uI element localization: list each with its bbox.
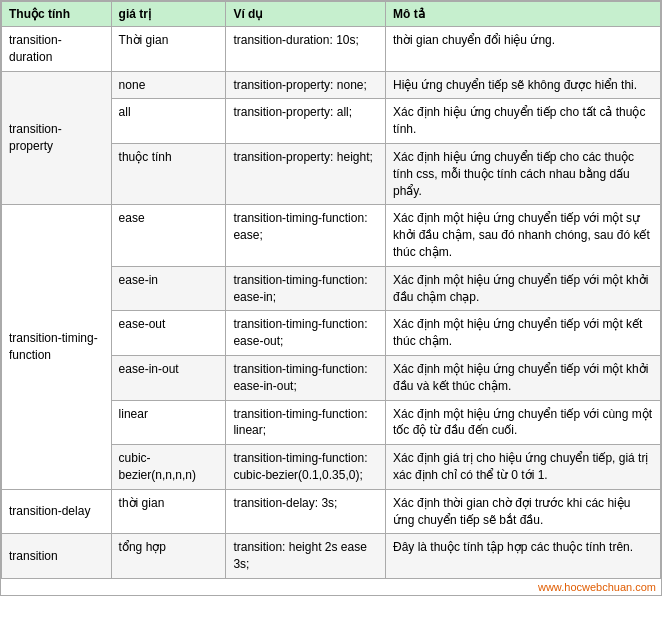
- header-thuoc-tinh: Thuộc tính: [2, 2, 112, 27]
- mo-ta-duration: thời gian chuyển đổi hiệu ứng.: [385, 27, 660, 72]
- mo-ta-transition: Đây là thuộc tính tập hợp các thuộc tính…: [385, 534, 660, 579]
- mo-ta-property-2: Xác định hiệu ứng chuyển tiếp cho các th…: [385, 143, 660, 204]
- vi-du-duration: transition-duration: 10s;: [226, 27, 386, 72]
- gia-tri-property-2: thuộc tính: [111, 143, 226, 204]
- mo-ta-timing-1: Xác định một hiệu ứng chuyển tiếp với mộ…: [385, 266, 660, 311]
- gia-tri-property-0: none: [111, 71, 226, 99]
- gia-tri-timing-3: ease-in-out: [111, 355, 226, 400]
- table-header-row: Thuộc tính giá trị Ví dụ Mô tả: [2, 2, 661, 27]
- mo-ta-timing-5: Xác định giá trị cho hiệu ứng chuyển tiế…: [385, 445, 660, 490]
- mo-ta-timing-0: Xác định một hiệu ứng chuyển tiếp với mộ…: [385, 205, 660, 266]
- vi-du-transition: transition: height 2s ease 3s;: [226, 534, 386, 579]
- gia-tri-delay: thời gian: [111, 489, 226, 534]
- gia-tri-timing-4: linear: [111, 400, 226, 445]
- vi-du-timing-4: transition-timing-function: linear;: [226, 400, 386, 445]
- table-row: transition-duration Thời gian transition…: [2, 27, 661, 72]
- css-transition-table: Thuộc tính giá trị Ví dụ Mô tả transitio…: [1, 1, 661, 579]
- table-row: transition-property none transition-prop…: [2, 71, 661, 99]
- vi-du-timing-5: transition-timing-function: cubic-bezier…: [226, 445, 386, 490]
- gia-tri-timing-1: ease-in: [111, 266, 226, 311]
- vi-du-property-1: transition-property: all;: [226, 99, 386, 144]
- vi-du-timing-1: transition-timing-function: ease-in;: [226, 266, 386, 311]
- mo-ta-timing-3: Xác định một hiệu ứng chuyển tiếp với mộ…: [385, 355, 660, 400]
- watermark: www.hocwebchuan.com: [1, 579, 661, 595]
- header-mo-ta: Mô tả: [385, 2, 660, 27]
- gia-tri-property-1: all: [111, 99, 226, 144]
- main-table-wrapper: Thuộc tính giá trị Ví dụ Mô tả transitio…: [0, 0, 662, 596]
- vi-du-timing-0: transition-timing-function: ease;: [226, 205, 386, 266]
- header-gia-tri: giá trị: [111, 2, 226, 27]
- mo-ta-timing-2: Xác định một hiệu ứng chuyển tiếp với mộ…: [385, 311, 660, 356]
- thuoc-tinh-property: transition-property: [2, 71, 112, 205]
- header-vi-du: Ví dụ: [226, 2, 386, 27]
- vi-du-property-2: transition-property: height;: [226, 143, 386, 204]
- gia-tri-timing-0: ease: [111, 205, 226, 266]
- table-row: transition tổng hợp transition: height 2…: [2, 534, 661, 579]
- thuoc-tinh-transition: transition: [2, 534, 112, 579]
- table-row: transition-delay thời gian transition-de…: [2, 489, 661, 534]
- thuoc-tinh-timing: transition-timing-function: [2, 205, 112, 489]
- mo-ta-delay: Xác định thời gian chờ đợi trước khi các…: [385, 489, 660, 534]
- mo-ta-property-1: Xác định hiệu ứng chuyển tiếp cho tất cả…: [385, 99, 660, 144]
- table-row: transition-timing-function ease transiti…: [2, 205, 661, 266]
- vi-du-delay: transition-delay: 3s;: [226, 489, 386, 534]
- gia-tri-transition: tổng hợp: [111, 534, 226, 579]
- vi-du-timing-2: transition-timing-function: ease-out;: [226, 311, 386, 356]
- thuoc-tinh-delay: transition-delay: [2, 489, 112, 534]
- mo-ta-timing-4: Xác định một hiệu ứng chuyển tiếp với cù…: [385, 400, 660, 445]
- thuoc-tinh-duration: transition-duration: [2, 27, 112, 72]
- table-body: transition-duration Thời gian transition…: [2, 27, 661, 579]
- gia-tri-duration: Thời gian: [111, 27, 226, 72]
- gia-tri-timing-5: cubic-bezier(n,n,n,n): [111, 445, 226, 490]
- mo-ta-property-0: Hiệu ứng chuyển tiếp sẽ không được hiển …: [385, 71, 660, 99]
- vi-du-property-0: transition-property: none;: [226, 71, 386, 99]
- gia-tri-timing-2: ease-out: [111, 311, 226, 356]
- vi-du-timing-3: transition-timing-function: ease-in-out;: [226, 355, 386, 400]
